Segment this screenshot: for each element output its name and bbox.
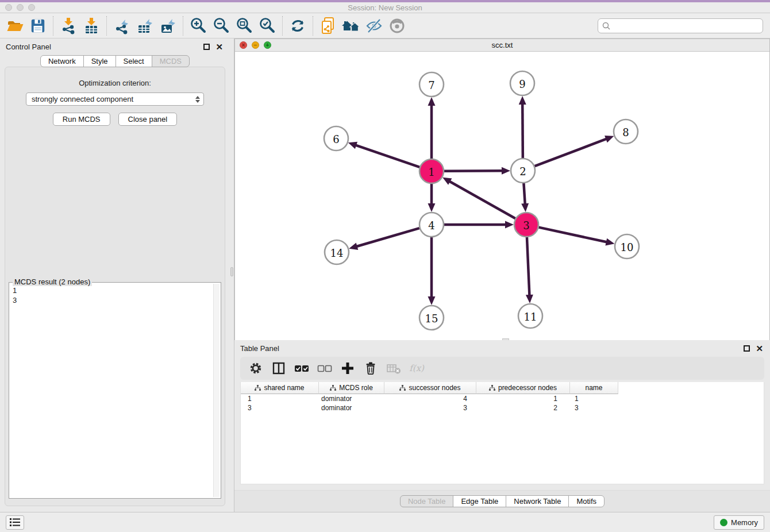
column-type-icon [255, 385, 261, 391]
create-new-column-plus-icon[interactable] [339, 360, 356, 377]
column-browser-icon[interactable] [270, 360, 287, 377]
network-graph[interactable]: 7968124314101511 [235, 52, 768, 340]
cell-mcds-role[interactable]: dominator [319, 403, 384, 413]
control-panel: Control Panel ✕ Network Style Select MCD… [0, 38, 230, 512]
panel-splitter[interactable] [230, 38, 234, 512]
tab-motifs[interactable]: Motifs [568, 495, 605, 507]
optimization-criterion-label: Optimization criterion: [5, 79, 225, 87]
float-table-panel-icon[interactable] [744, 345, 750, 352]
column-header-shared-name[interactable]: shared name [241, 382, 319, 394]
tab-network[interactable]: Network [40, 55, 84, 67]
ndex-networks-icon[interactable] [340, 15, 363, 37]
graph-node-label: 15 [425, 313, 438, 325]
graph-edge-2-9[interactable] [522, 103, 523, 158]
splitter-grip[interactable] [230, 267, 233, 276]
cell-name[interactable]: 1 [570, 394, 618, 403]
close-panel-icon[interactable]: ✕ [215, 44, 223, 50]
zoom-fit-icon[interactable] [233, 15, 256, 37]
column-header-predecessor-nodes[interactable]: predecessor nodes [476, 382, 570, 394]
graph-edge-3-10[interactable] [538, 228, 607, 242]
cell-shared-name[interactable]: 1 [241, 394, 319, 403]
cell-name[interactable]: 3 [570, 403, 618, 413]
graph-edge-2-3[interactable] [523, 183, 525, 205]
zoom-out-icon[interactable] [210, 15, 233, 37]
table-tabstrip: Node Table Edge Table Network Table Moti… [234, 490, 770, 512]
memory-label: Memory [731, 518, 758, 527]
graph-node-label: 6 [333, 133, 339, 145]
delete-table-icon[interactable] [385, 360, 402, 377]
unselect-all-columns-icon[interactable] [316, 360, 333, 377]
run-mcds-button[interactable]: Run MCDS [53, 113, 110, 126]
import-table-from-file-icon[interactable] [80, 15, 103, 37]
graph-edge-arrowhead [348, 142, 357, 149]
dropdown-stepper-icon [195, 96, 200, 103]
delete-columns-trash-icon[interactable] [362, 360, 379, 377]
task-history-button[interactable] [6, 515, 24, 530]
function-builder-fx-icon[interactable]: f(x) [408, 360, 425, 377]
column-header-mcds-role[interactable]: MCDS role [319, 382, 384, 394]
control-panel-title: Control Panel [6, 43, 51, 51]
selected-criterion: strongly connected component [32, 95, 195, 103]
show-graphics-details-eye-icon[interactable] [386, 15, 409, 37]
memory-button[interactable]: Memory [714, 515, 764, 530]
export-image-icon[interactable] [156, 15, 179, 37]
table-row[interactable]: 1 dominator 4 1 1 [241, 394, 764, 403]
search-input[interactable] [611, 21, 759, 30]
import-network-from-file-icon[interactable] [57, 15, 80, 37]
tab-network-table[interactable]: Network Table [506, 495, 569, 507]
tab-select[interactable]: Select [116, 55, 152, 67]
table-panel: Table Panel ✕ [234, 340, 770, 512]
apply-layout-icon[interactable] [286, 15, 309, 37]
network-view-titlebar: × − + scc.txt [235, 39, 769, 52]
cell-predecessor-nodes[interactable]: 1 [476, 394, 570, 403]
table-row[interactable]: 3 dominator 3 2 3 [241, 403, 764, 413]
close-panel-button[interactable]: Close panel [118, 113, 178, 126]
save-session-icon[interactable] [26, 15, 49, 37]
close-table-panel-icon[interactable]: ✕ [756, 345, 763, 352]
new-network-from-selection-icon[interactable] [317, 15, 340, 37]
toolbar-separator [313, 16, 313, 36]
cell-successor-nodes[interactable]: 4 [384, 394, 476, 403]
float-panel-icon[interactable] [203, 44, 210, 50]
tab-mcds[interactable]: MCDS [152, 55, 190, 67]
graph-edge-1-6[interactable] [355, 145, 419, 167]
open-session-icon[interactable] [3, 15, 26, 37]
graph-edge-2-8[interactable] [535, 138, 607, 166]
column-type-icon [399, 385, 406, 391]
cell-predecessor-nodes[interactable]: 2 [476, 403, 570, 413]
select-all-columns-icon[interactable] [293, 360, 310, 377]
graph-edge-1-2[interactable] [444, 171, 503, 171]
tab-edge-table[interactable]: Edge Table [453, 495, 506, 507]
export-network-icon[interactable] [110, 15, 133, 37]
search-field[interactable] [598, 18, 763, 33]
toolbar-separator [183, 16, 183, 36]
graph-edge-3-1[interactable] [449, 181, 515, 218]
result-scrollbar[interactable] [213, 284, 220, 497]
table-options-gear-icon[interactable] [247, 360, 264, 377]
column-header-name[interactable]: name [570, 382, 618, 394]
mcds-result-text[interactable]: 1 3 [10, 284, 213, 497]
zoom-selected-icon[interactable] [256, 15, 279, 37]
list-icon [9, 517, 21, 527]
graph-node-label: 9 [519, 78, 525, 90]
column-header-successor-nodes[interactable]: successor nodes [384, 382, 476, 394]
network-canvas[interactable]: 7968124314101511 [235, 52, 769, 342]
cell-successor-nodes[interactable]: 3 [384, 403, 476, 413]
main-toolbar [0, 13, 770, 38]
tab-node-table[interactable]: Node Table [400, 495, 454, 507]
hide-selected-eye-slash-icon[interactable] [363, 15, 386, 37]
zoom-in-icon[interactable] [187, 15, 210, 37]
memory-status-icon [720, 519, 727, 526]
cell-mcds-role[interactable]: dominator [319, 394, 384, 403]
graph-edge-4-14[interactable] [356, 228, 419, 246]
graph-edge-arrowhead [428, 97, 436, 106]
table-toolbar: f(x) [240, 357, 764, 380]
table-header-row: shared name MCDS role successor nodes pr… [241, 382, 764, 394]
tab-style[interactable]: Style [83, 55, 116, 67]
cell-shared-name[interactable]: 3 [241, 403, 319, 413]
graph-edge-3-11[interactable] [527, 237, 529, 296]
optimization-criterion-select[interactable]: strongly connected component [26, 92, 204, 106]
svg-text:f(x): f(x) [409, 363, 425, 373]
search-icon [602, 21, 611, 30]
export-table-icon[interactable] [133, 15, 156, 37]
